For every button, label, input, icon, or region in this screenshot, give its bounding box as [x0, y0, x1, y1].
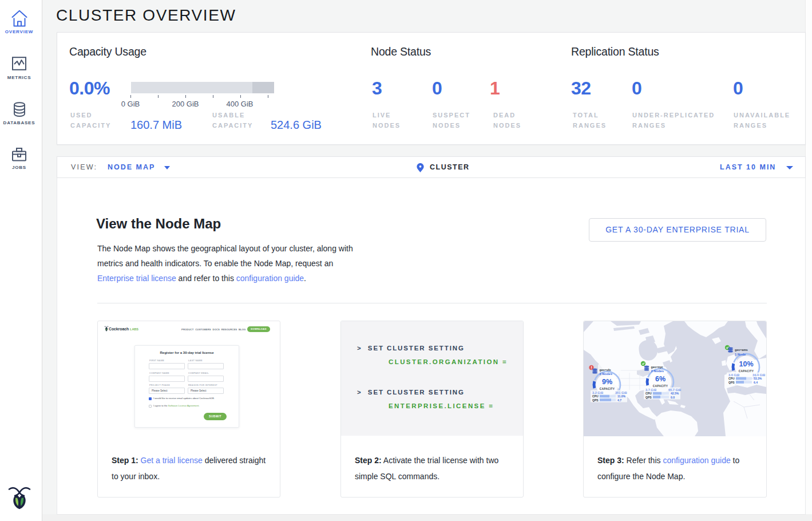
- svg-text:QPS: QPS: [645, 396, 652, 399]
- svg-text:65.7 GiB: 65.7 GiB: [668, 388, 681, 392]
- svg-text:3.7 GiB: 3.7 GiB: [645, 388, 656, 392]
- svg-text:1 Node: 1 Node: [735, 353, 746, 356]
- svg-text:CPU: CPU: [645, 392, 652, 395]
- svg-text:2 Nodes: 2 Nodes: [651, 369, 664, 373]
- svg-text:9%: 9%: [602, 378, 612, 386]
- svg-text:3.6 GiB: 3.6 GiB: [728, 373, 739, 377]
- svg-text:CPU: CPU: [592, 394, 599, 398]
- svg-text:0.0: 0.0: [671, 396, 675, 399]
- svg-text:geo=ams: geo=ams: [735, 348, 748, 352]
- svg-text:6.4: 6.4: [754, 381, 758, 384]
- svg-text:geo=sfo: geo=sfo: [600, 368, 611, 372]
- svg-text:QPS: QPS: [728, 381, 735, 384]
- svg-text:6%: 6%: [655, 375, 666, 383]
- svg-text:10%: 10%: [739, 360, 753, 368]
- svg-text:CAPACITY: CAPACITY: [600, 388, 615, 390]
- svg-text:34.4 GiB: 34.4 GiB: [752, 373, 765, 377]
- svg-text:4.7: 4.7: [617, 398, 621, 402]
- svg-text:geo=nyc: geo=nyc: [651, 365, 663, 369]
- svg-text:CAPACITY: CAPACITY: [739, 370, 754, 373]
- svg-text:QPS: QPS: [592, 398, 599, 402]
- svg-text:11.0%: 11.0%: [617, 394, 625, 398]
- svg-text:CAPACITY: CAPACITY: [653, 385, 668, 388]
- svg-text:2 Nodes: 2 Nodes: [600, 372, 613, 376]
- svg-text:351 GiB: 351 GiB: [615, 391, 627, 394]
- svg-text:53.3%: 53.3%: [754, 377, 762, 380]
- svg-text:CPU: CPU: [728, 377, 735, 380]
- svg-text:3.2 GiB: 3.2 GiB: [592, 391, 603, 394]
- svg-text:42.5%: 42.5%: [671, 392, 679, 395]
